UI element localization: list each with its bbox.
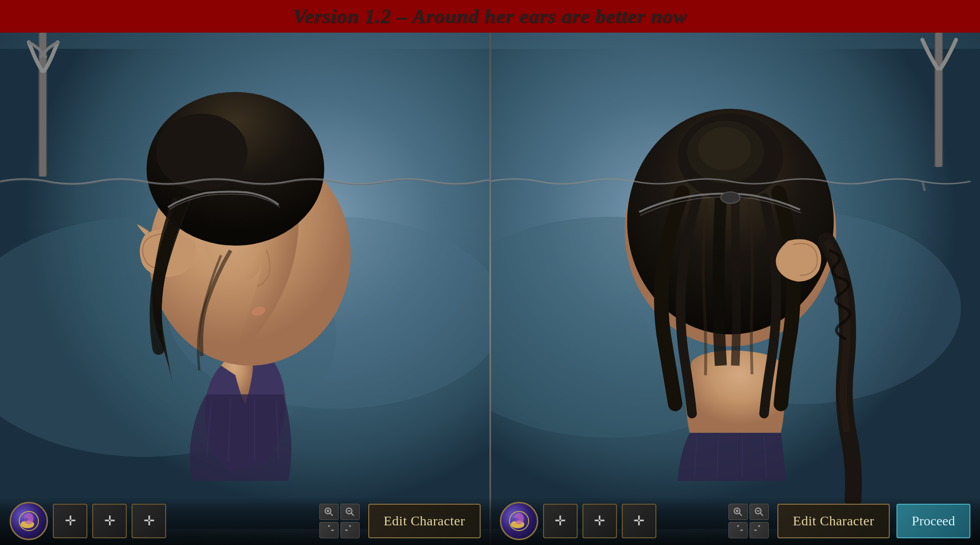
right-cross-icon-2: ✛ — [594, 514, 605, 528]
character-portrait-right — [490, 33, 980, 545]
svg-line-23 — [351, 513, 354, 516]
right-cross-icon-1: ✛ — [555, 514, 566, 528]
right-magnify-icon — [754, 507, 764, 517]
left-panel: ✛ ✛ ✛ — [0, 33, 490, 545]
right-panel: ✛ ✛ ✛ — [490, 33, 980, 545]
left-camera-controls — [319, 504, 360, 538]
left-cam-row-top — [319, 504, 360, 520]
proceed-button[interactable]: Proceed — [896, 504, 970, 538]
left-cam-zoom-out[interactable] — [340, 504, 360, 520]
right-rotate-left-icon — [733, 525, 743, 535]
left-cam-zoom-in[interactable] — [319, 504, 339, 520]
action-button-3[interactable]: ✛ — [132, 504, 166, 538]
svg-marker-54 — [758, 525, 760, 527]
weapon-staff-left — [14, 33, 72, 177]
right-cam-zoom-in[interactable] — [728, 504, 748, 520]
svg-marker-26 — [349, 525, 351, 527]
magnify-icon — [345, 507, 355, 517]
right-cam-rotate-right[interactable] — [750, 522, 769, 538]
svg-marker-25 — [328, 525, 330, 527]
left-cam-rotate-right[interactable] — [340, 522, 360, 538]
left-cam-row-bottom — [319, 522, 360, 538]
right-cross-icon-3: ✛ — [633, 514, 644, 528]
chain-decoration-left — [0, 172, 490, 191]
right-avatar-moon-icon — [507, 509, 531, 533]
rotate-right-icon — [345, 525, 355, 535]
right-camera-controls — [728, 504, 769, 538]
left-edit-character-button[interactable]: Edit Character — [368, 504, 480, 538]
right-action-button-3[interactable]: ✛ — [622, 504, 656, 538]
right-action-button-1[interactable]: ✛ — [543, 504, 578, 538]
banner-title: Version 1.2 – Around her ears are better… — [293, 5, 687, 28]
action-button-2[interactable]: ✛ — [92, 504, 127, 538]
cross-icon-1: ✛ — [65, 514, 76, 528]
rotate-left-icon — [324, 525, 334, 535]
left-hud-bar: ✛ ✛ ✛ — [0, 497, 490, 545]
cross-icon-2: ✛ — [104, 514, 115, 528]
right-action-button-2[interactable]: ✛ — [582, 504, 617, 538]
right-rotate-right-icon — [754, 525, 764, 535]
right-cam-row-top — [728, 504, 769, 520]
svg-rect-28 — [935, 33, 942, 167]
svg-line-51 — [760, 513, 763, 516]
right-cam-rotate-left[interactable] — [728, 522, 748, 538]
cross-icon-3: ✛ — [144, 514, 155, 528]
right-cam-zoom-out[interactable] — [750, 504, 769, 520]
svg-point-37 — [721, 192, 740, 203]
action-button-1[interactable]: ✛ — [53, 504, 87, 538]
right-cam-row-bottom — [728, 522, 769, 538]
svg-point-45 — [513, 518, 519, 521]
left-cam-rotate-left[interactable] — [319, 522, 339, 538]
panel-divider — [489, 33, 491, 545]
svg-marker-53 — [737, 525, 739, 527]
svg-line-19 — [330, 513, 333, 516]
right-avatar-button[interactable] — [500, 502, 538, 540]
right-magnify-plus-icon — [733, 507, 743, 517]
svg-point-36 — [698, 127, 751, 170]
weapon-staff-right — [913, 33, 966, 167]
character-portrait-left — [0, 33, 490, 545]
chain-decoration-right — [490, 172, 980, 191]
avatar-moon-icon — [17, 509, 41, 533]
svg-line-47 — [739, 513, 742, 516]
version-banner: Version 1.2 – Around her ears are better… — [0, 0, 980, 33]
right-hud-bar: ✛ ✛ ✛ — [490, 497, 980, 545]
magnify-plus-icon — [324, 507, 334, 517]
svg-point-17 — [23, 518, 28, 521]
left-avatar-button[interactable] — [10, 502, 48, 540]
right-edit-character-button[interactable]: Edit Character — [777, 504, 889, 538]
